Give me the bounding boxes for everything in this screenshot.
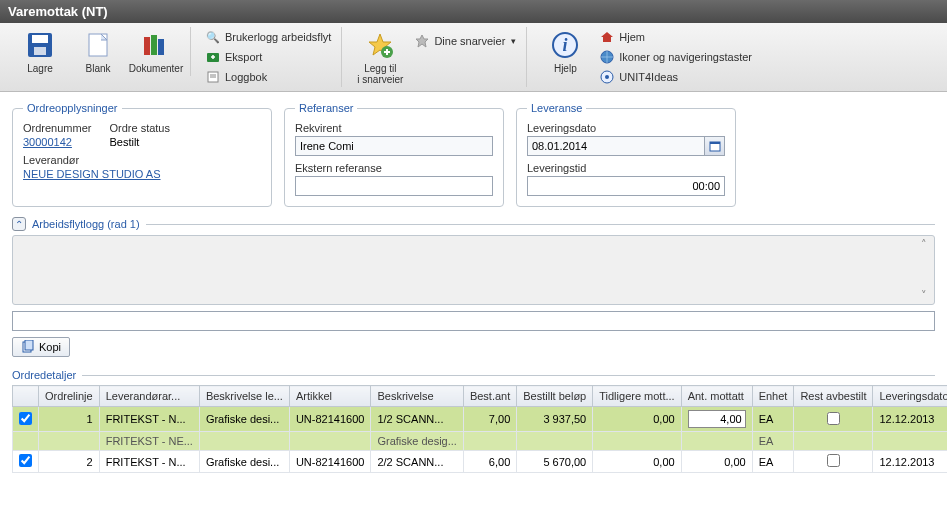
cell-dato: 12.12.2013 [873, 407, 947, 432]
cell-enhet: EA [752, 451, 794, 473]
blank-label: Blank [85, 63, 110, 74]
icons-nav-link[interactable]: Ikoner og navigeringstaster [599, 49, 752, 65]
requisitioner-value: Irene Comi [295, 136, 493, 156]
globe-icon [599, 49, 615, 65]
blank-button[interactable]: Blank [70, 27, 126, 76]
row-checkbox[interactable] [19, 412, 32, 425]
cell-belop: 3 937,50 [517, 407, 593, 432]
workflow-log-area: ˄ ˅ [12, 235, 935, 305]
toolbar: Lagre Blank Dokumenter 🔍 Brukerlogg arbe… [0, 23, 947, 92]
svg-rect-5 [151, 35, 157, 55]
copy-button[interactable]: Kopi [12, 337, 70, 357]
col-check[interactable] [13, 386, 39, 407]
documents-button[interactable]: Dokumenter [128, 27, 184, 76]
col-leveringsdato[interactable]: Leveringsdato [873, 386, 947, 407]
workflow-title: Arbeidsflytlogg (rad 1) [32, 218, 140, 230]
col-enhet[interactable]: Enhet [752, 386, 794, 407]
logbook-link[interactable]: Loggbok [205, 69, 331, 85]
table-row[interactable]: 1 FRITEKST - N... Grafiske desi... UN-82… [13, 407, 948, 432]
calendar-button[interactable] [705, 136, 725, 156]
order-status-label: Ordre status [109, 122, 170, 134]
book-icon [205, 69, 221, 85]
window-title: Varemottak (NT) [0, 0, 947, 23]
collapse-toggle[interactable]: ⌃ [12, 217, 26, 231]
delivery-date-label: Leveringsdato [527, 122, 725, 134]
svg-rect-4 [144, 37, 150, 55]
cell-best-ant: 6,00 [463, 451, 516, 473]
received-qty-value: 0,00 [724, 456, 745, 468]
star-icon [414, 33, 430, 49]
unit4ideas-link[interactable]: UNIT4Ideas [599, 69, 752, 85]
delivery-group: Leveranse Leveringsdato 08.01.2014 Lever… [516, 102, 736, 207]
received-qty-input[interactable] [688, 410, 746, 428]
cell-best-ant: 7,00 [463, 407, 516, 432]
help-icon: i [549, 29, 581, 61]
cell-leverandorar: FRITEKST - N... [99, 407, 199, 432]
cell-ordrelinje: 2 [39, 451, 100, 473]
col-beskrivelse-le[interactable]: Beskrivelse le... [199, 386, 289, 407]
cell-beskrivelse: 1/2 SCANN... [371, 407, 463, 432]
references-legend: Referanser [295, 102, 357, 114]
col-ordrelinje[interactable]: Ordrelinje [39, 386, 100, 407]
cell-belop: 5 670,00 [517, 451, 593, 473]
supplier-label: Leverandør [23, 154, 261, 166]
col-artikkel[interactable]: Artikkel [289, 386, 371, 407]
rest-checkbox[interactable] [827, 454, 840, 467]
svg-rect-1 [32, 35, 48, 43]
export-link[interactable]: Eksport [205, 49, 331, 65]
col-beskrivelse[interactable]: Beskrivelse [371, 386, 463, 407]
delivery-time-input[interactable] [527, 176, 725, 196]
home-link[interactable]: Hjem [599, 29, 752, 45]
svg-rect-21 [710, 142, 720, 144]
shortcuts-dropdown[interactable]: Dine snarveier ▾ [414, 33, 516, 49]
col-ant-mottatt[interactable]: Ant. mottatt [681, 386, 752, 407]
cell-beskrivelse: 2/2 SCANN... [371, 451, 463, 473]
workflow-filter-input[interactable] [12, 311, 935, 331]
order-info-legend: Ordreopplysninger [23, 102, 122, 114]
requisitioner-label: Rekvirent [295, 122, 493, 134]
details-legend: Ordredetaljer [12, 369, 76, 381]
star-add-icon [364, 29, 396, 61]
books-icon [140, 29, 172, 61]
add-shortcut-label: Legg til i snarveier [357, 63, 403, 85]
cell-beskrivelse-le: Grafiske desi... [199, 407, 289, 432]
scroll-down-icon[interactable]: ˅ [916, 289, 932, 302]
external-ref-input[interactable] [295, 176, 493, 196]
export-icon [205, 49, 221, 65]
svg-text:i: i [563, 35, 568, 55]
col-best-ant[interactable]: Best.ant [463, 386, 516, 407]
save-button[interactable]: Lagre [12, 27, 68, 76]
rest-checkbox[interactable] [827, 412, 840, 425]
copy-icon [21, 340, 35, 354]
supplier-link[interactable]: NEUE DESIGN STUDIO AS [23, 168, 261, 180]
cell-artikkel: UN-82141600 [289, 451, 371, 473]
external-ref-label: Ekstern referanse [295, 162, 493, 174]
cell-beskrivelse-le: Grafiske desi... [199, 451, 289, 473]
documents-label: Dokumenter [129, 63, 183, 74]
references-group: Referanser Rekvirent Irene Comi Ekstern … [284, 102, 504, 207]
cell-leverandorar: FRITEKST - N... [99, 451, 199, 473]
col-rest[interactable]: Rest avbestilt [794, 386, 873, 407]
save-label: Lagre [27, 63, 53, 74]
chevron-down-icon: ▾ [511, 36, 516, 46]
cell-artikkel: UN-82141600 [289, 407, 371, 432]
idea-icon [599, 69, 615, 85]
col-bestilt-belop[interactable]: Bestillt beløp [517, 386, 593, 407]
order-number-link[interactable]: 30000142 [23, 136, 91, 148]
delivery-time-label: Leveringstid [527, 162, 725, 174]
add-shortcut-button[interactable]: Legg til i snarveier [352, 27, 408, 87]
svg-rect-6 [158, 39, 164, 55]
cell-enhet: EA [752, 407, 794, 432]
help-button[interactable]: i Hjelp [537, 27, 593, 76]
save-icon [24, 29, 56, 61]
userlog-link[interactable]: 🔍 Brukerlogg arbeidsflyt [205, 29, 331, 45]
col-leverandorar[interactable]: Leverandørar... [99, 386, 199, 407]
scroll-up-icon[interactable]: ˄ [916, 238, 932, 251]
row-checkbox[interactable] [19, 454, 32, 467]
table-row-sub: FRITEKST - NE... Grafiske desig... EA [13, 432, 948, 451]
col-tidligere[interactable]: Tidligere mott... [593, 386, 681, 407]
page-icon [82, 29, 114, 61]
table-row[interactable]: 2 FRITEKST - N... Grafiske desi... UN-82… [13, 451, 948, 473]
search-icon: 🔍 [205, 29, 221, 45]
svg-marker-13 [416, 35, 428, 47]
